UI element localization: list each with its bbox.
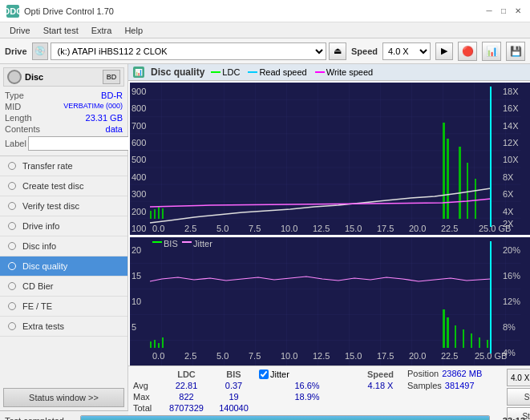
- svg-text:500: 500: [131, 155, 146, 164]
- sidebar: Disc BD Type BD-R MID VERBATIMe (000) Le…: [0, 64, 128, 410]
- speed-label: Speed: [351, 46, 378, 56]
- menu-start-test[interactable]: Start test: [37, 24, 85, 37]
- svg-text:17.5: 17.5: [377, 351, 394, 361]
- app-icon: ODC: [6, 5, 19, 18]
- svg-rect-68: [154, 340, 156, 348]
- svg-text:15: 15: [131, 271, 141, 281]
- speed-apply-button[interactable]: ▶: [435, 42, 453, 60]
- cd-bier-icon: [6, 281, 18, 292]
- speed-header: Speed: [358, 370, 403, 379]
- svg-rect-70: [162, 337, 164, 348]
- app-title: Opti Drive Control 1.70: [24, 6, 114, 16]
- svg-rect-71: [443, 309, 445, 348]
- sidebar-item-cd-bier[interactable]: CD Bier: [0, 277, 127, 297]
- svg-text:5.0: 5.0: [216, 224, 229, 233]
- sidebar-label-fe-te: FE / TE: [22, 301, 52, 311]
- stats-avg-row: Avg 22.81 0.37 16.6% 4.18 X: [133, 380, 403, 391]
- progress-bar-fill: [81, 416, 489, 421]
- svg-text:5.0: 5.0: [216, 351, 229, 361]
- sidebar-label-extra-tests: Extra tests: [22, 321, 64, 331]
- disc-contents-row: Contents data: [3, 123, 124, 135]
- svg-text:5: 5: [131, 322, 136, 332]
- disc-panel: Disc BD Type BD-R MID VERBATIMe (000) Le…: [0, 64, 127, 156]
- svg-text:300: 300: [131, 189, 146, 199]
- stats-bar: LDC BIS Jitter Speed Avg 22.81 0.37 16.6…: [128, 365, 530, 420]
- test-speed-select[interactable]: 4.0 X: [507, 369, 530, 386]
- stats-left: LDC BIS Jitter Speed Avg 22.81 0.37 16.6…: [133, 369, 403, 414]
- svg-rect-45: [182, 241, 192, 243]
- total-label: Total: [133, 403, 161, 413]
- sidebar-item-verify-test-disc[interactable]: Verify test disc: [0, 196, 127, 216]
- sidebar-item-transfer-rate[interactable]: Transfer rate: [0, 156, 127, 176]
- menubar: Drive Start test Extra Help: [0, 22, 530, 38]
- disc-panel-icon: [7, 70, 22, 84]
- jitter-header: Jitter: [270, 370, 289, 379]
- menu-extra[interactable]: Extra: [85, 24, 119, 37]
- svg-text:8X: 8X: [503, 172, 514, 182]
- toolbar-btn-3[interactable]: 💾: [506, 42, 525, 61]
- top-chart-svg: 900 800 700 600 500 400 300 200 100 0.0 …: [130, 83, 530, 235]
- bottom-chart: BIS Jitter 20 15 10 5 20% 16% 12% 8% 4% …: [130, 237, 530, 365]
- sidebar-label-transfer-rate: Transfer rate: [22, 161, 73, 171]
- position-row: Position 23862 MB: [407, 369, 507, 378]
- svg-rect-36: [447, 139, 449, 219]
- status-text: Test completed: [5, 416, 77, 421]
- time-display: 33:13: [493, 416, 525, 421]
- svg-rect-74: [463, 329, 464, 348]
- drive-select[interactable]: (k:) ATAPI iHBS112 2 CLOK: [51, 42, 326, 60]
- avg-ldc: 22.81: [164, 381, 208, 390]
- sidebar-item-extra-tests[interactable]: Extra tests: [0, 317, 127, 337]
- disc-type-badge: BD: [103, 70, 120, 84]
- svg-rect-32: [154, 209, 156, 219]
- legend-read-speed-color: [248, 71, 257, 73]
- sidebar-label-verify-test-disc: Verify test disc: [22, 201, 79, 211]
- svg-text:700: 700: [131, 121, 146, 131]
- avg-jitter: 16.6%: [259, 381, 355, 390]
- svg-text:17.5: 17.5: [377, 224, 394, 233]
- minimize-button[interactable]: ─: [483, 6, 495, 17]
- sidebar-item-create-test-disc[interactable]: Create test disc: [0, 176, 127, 196]
- menu-drive[interactable]: Drive: [3, 24, 37, 37]
- svg-rect-31: [150, 211, 152, 219]
- disc-type-row: Type BD-R: [3, 90, 124, 101]
- sidebar-label-create-test-disc: Create test disc: [22, 181, 83, 191]
- window-controls: ─ □ ✕: [483, 6, 524, 17]
- maximize-button[interactable]: □: [498, 6, 509, 17]
- svg-rect-34: [162, 208, 164, 219]
- sidebar-item-disc-info[interactable]: Disc info: [0, 236, 127, 256]
- toolbar-btn-2[interactable]: 📊: [482, 42, 501, 61]
- svg-text:0.0: 0.0: [152, 224, 164, 233]
- svg-text:6X: 6X: [503, 189, 514, 199]
- progress-bar-container: [80, 415, 490, 421]
- svg-text:800: 800: [131, 103, 146, 113]
- eject-button[interactable]: ⏏: [329, 42, 346, 60]
- speed-select[interactable]: 4.0 X: [382, 42, 431, 60]
- legend-write-speed: Write speed: [315, 67, 374, 77]
- sidebar-item-fe-te[interactable]: FE / TE: [0, 297, 127, 317]
- max-jitter: 18.9%: [259, 392, 355, 402]
- stats-headers-row: LDC BIS Jitter Speed: [133, 369, 403, 380]
- menu-help[interactable]: Help: [118, 24, 149, 37]
- disc-info-icon: [6, 240, 18, 252]
- close-button[interactable]: ✕: [512, 6, 524, 17]
- sidebar-item-disc-quality[interactable]: Disc quality: [0, 256, 127, 277]
- drive-icon: 💿: [32, 42, 48, 60]
- svg-rect-38: [467, 163, 468, 219]
- max-label: Max: [133, 392, 161, 402]
- disc-label-input[interactable]: [28, 136, 140, 151]
- status-window-button[interactable]: Status window >>: [3, 388, 124, 407]
- stats-total-row: Total 8707329 140040: [133, 402, 403, 414]
- jitter-checkbox[interactable]: [259, 370, 269, 379]
- svg-text:400: 400: [131, 172, 146, 182]
- disc-mid-row: MID VERBATIMe (000): [3, 101, 124, 112]
- svg-text:20%: 20%: [503, 245, 520, 255]
- total-bis: 140040: [212, 403, 256, 413]
- toolbar-btn-1[interactable]: 🔴: [458, 42, 477, 61]
- sidebar-item-drive-info[interactable]: Drive info: [0, 216, 127, 236]
- bis-header: BIS: [212, 370, 256, 379]
- svg-text:7.5: 7.5: [249, 351, 261, 361]
- avg-label: Avg: [133, 381, 161, 390]
- svg-text:7.5: 7.5: [249, 224, 261, 233]
- svg-rect-73: [455, 325, 456, 348]
- start-full-button[interactable]: Start full: [507, 388, 530, 406]
